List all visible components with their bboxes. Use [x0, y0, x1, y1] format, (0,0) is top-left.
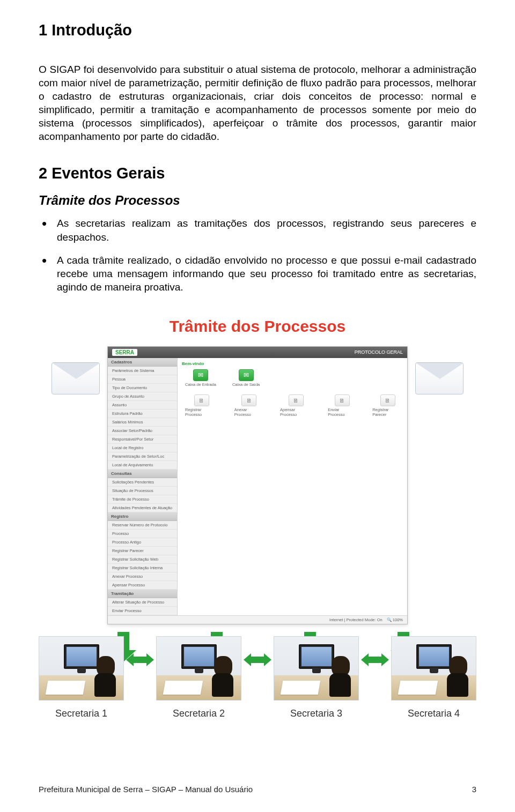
sidebar-item[interactable]: Grupo de Assunto — [108, 392, 177, 401]
envelope-right-icon — [415, 362, 464, 394]
tile-label: Registrar Processo — [185, 407, 218, 417]
station: Secretaria 1 — [39, 636, 124, 719]
sidebar-group: Cadastros — [108, 358, 177, 367]
sidebar-item[interactable]: Local de Registro — [108, 444, 177, 452]
breadcrumb: Bem-vindo — [182, 361, 403, 366]
sidebar-item[interactable]: Processo — [108, 530, 177, 538]
app-header-right: PROTOCOLO GERAL — [355, 349, 403, 355]
app-header: SERRA PROTOCOLO GERAL — [108, 347, 407, 358]
section-2-subtitle: Trâmite dos Processos — [39, 193, 476, 208]
diagram-title: Trâmite dos Processos — [39, 317, 476, 336]
station-label: Secretaria 3 — [290, 708, 342, 719]
mailbox-icon — [193, 369, 208, 381]
document-icon — [335, 394, 350, 406]
sidebar-item[interactable]: Estrutura Padrão — [108, 409, 177, 418]
sidebar-item[interactable]: Anexar Processo — [108, 572, 177, 581]
station: Secretaria 4 — [391, 636, 476, 719]
double-arrow-icon — [246, 653, 269, 666]
tile-label: Enviar Processo — [328, 407, 356, 417]
sidebar-item[interactable]: Salários Mínimos — [108, 418, 177, 427]
sidebar-item[interactable]: Reservar Número de Protocolo — [108, 521, 177, 530]
sidebar-item[interactable]: Tipo de Documento — [108, 384, 177, 392]
document-icon — [289, 394, 304, 406]
sidebar-item[interactable]: Parâmetros de Sistema — [108, 367, 177, 375]
mailbox-icon — [239, 369, 254, 381]
app-tile[interactable]: Caixa de Entrada — [185, 369, 216, 387]
eventos-bullets: As secretarias realizam as tramitações d… — [39, 217, 476, 293]
sidebar-group: Consultas — [108, 470, 177, 478]
workstation-image — [39, 636, 124, 701]
page-footer: Prefeitura Municipal de Serra – SIGAP – … — [39, 785, 476, 794]
app-tile[interactable]: Caixa de Saída — [232, 369, 260, 387]
document-icon — [194, 394, 209, 406]
station: Secretaria 2 — [156, 636, 241, 719]
app-window: SERRA PROTOCOLO GERAL CadastrosParâmetro… — [107, 346, 408, 624]
tile-label: Caixa de Entrada — [185, 382, 216, 387]
stations-row: Secretaria 1Secretaria 2Secretaria 3Secr… — [39, 636, 476, 719]
app-tile[interactable]: Registrar Parecer — [372, 394, 403, 417]
sidebar-item[interactable]: Atividades Pendentes de Atuação — [108, 504, 177, 512]
tile-label: Registrar Parecer — [372, 407, 403, 417]
app-tile[interactable]: Anexar Processo — [234, 394, 264, 417]
station-label: Secretaria 4 — [408, 708, 460, 719]
workstation-image — [156, 636, 241, 701]
sidebar-item[interactable]: Enviar Processo — [108, 607, 177, 615]
station-label: Secretaria 2 — [173, 708, 225, 719]
station: Secretaria 3 — [274, 636, 359, 719]
tramite-diagram: Trâmite dos Processos SERRA PROTOCOLO GE… — [39, 317, 476, 719]
tile-label: Anexar Processo — [234, 407, 264, 417]
tile-label: Apensar Processo — [280, 407, 312, 417]
bullet-item: A cada trâmite realizado, o cidadão envo… — [39, 254, 476, 294]
sidebar-item[interactable]: Trâmite de Processo — [108, 495, 177, 504]
status-mode: Internet | Protected Mode: On — [329, 617, 382, 622]
sidebar-item[interactable]: Processo Antigo — [108, 538, 177, 547]
sidebar-group: Tramitação — [108, 590, 177, 598]
sidebar-item[interactable]: Solicitações Pendentes — [108, 478, 177, 487]
intro-paragraph: O SIGAP foi desenvolvido para substituir… — [39, 63, 476, 143]
double-arrow-icon — [128, 653, 152, 666]
arrows-down — [39, 630, 476, 633]
envelope-left-icon — [52, 362, 100, 394]
station-label: Secretaria 1 — [55, 708, 107, 719]
footer-left: Prefeitura Municipal de Serra – SIGAP – … — [39, 785, 253, 794]
double-arrow-icon — [363, 653, 387, 666]
app-logo: SERRA — [112, 349, 137, 356]
tile-label: Caixa de Saída — [232, 382, 260, 387]
status-zoom: 🔍 100% — [387, 617, 403, 622]
sidebar-item[interactable]: Associar Setor/Padrão — [108, 427, 177, 435]
sidebar-item[interactable]: Situação de Processos — [108, 487, 177, 495]
sidebar-item[interactable]: Alterar Situação de Processo — [108, 598, 177, 607]
app-statusbar: Internet | Protected Mode: On 🔍 100% — [108, 615, 407, 624]
sidebar-item[interactable]: Registrar Solicitação Web — [108, 555, 177, 564]
bullet-item: As secretarias realizam as tramitações d… — [39, 217, 476, 243]
footer-page-number: 3 — [472, 785, 476, 794]
document-icon — [380, 394, 395, 406]
app-tile[interactable]: Enviar Processo — [328, 394, 356, 417]
app-tile[interactable]: Apensar Processo — [280, 394, 312, 417]
document-icon — [241, 394, 256, 406]
sidebar-item[interactable]: Parametrização de Setor/Loc — [108, 452, 177, 461]
sidebar-group: Registro — [108, 512, 177, 521]
app-tile[interactable]: Registrar Processo — [185, 394, 218, 417]
sidebar-item[interactable]: Registrar Solicitação Interna — [108, 564, 177, 572]
workstation-image — [391, 636, 476, 701]
workstation-image — [274, 636, 359, 701]
sidebar-item[interactable]: Pessoa — [108, 375, 177, 384]
app-sidebar: CadastrosParâmetros de SistemaPessoaTipo… — [108, 358, 178, 615]
sidebar-item[interactable]: Responsável/Por Setor — [108, 435, 177, 444]
app-main: Bem-vindo Caixa de EntradaCaixa de Saída… — [178, 358, 407, 615]
section-1-title: 1 Introdução — [39, 21, 476, 39]
section-2-title: 2 Eventos Gerais — [39, 165, 476, 182]
sidebar-item[interactable]: Local de Arquivamento — [108, 461, 177, 470]
sidebar-item[interactable]: Apensar Processo — [108, 581, 177, 590]
sidebar-item[interactable]: Assunto — [108, 401, 177, 409]
sidebar-item[interactable]: Registrar Parecer — [108, 547, 177, 555]
